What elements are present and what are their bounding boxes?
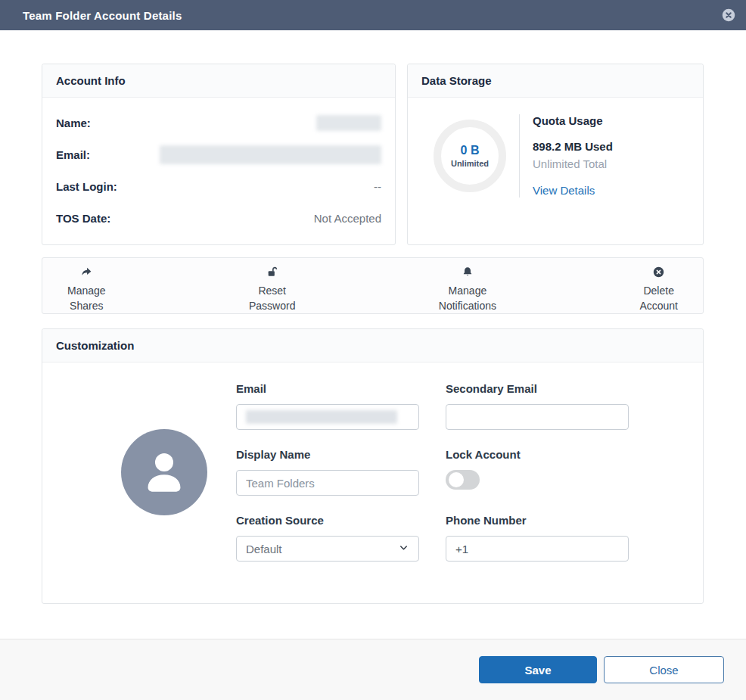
storage-divider xyxy=(519,114,520,198)
x-circle-icon xyxy=(652,266,665,283)
email-field[interactable] xyxy=(236,404,419,430)
quota-total: Unlimited Total xyxy=(533,155,613,173)
secondary-email-field[interactable] xyxy=(446,404,629,430)
quota-donut: 0 B Unlimited xyxy=(434,120,506,192)
manage-shares-label-line1: Manage xyxy=(67,283,106,298)
customization-body: Email Secondary Email Display Name Lock … xyxy=(42,362,703,603)
save-button[interactable]: Save xyxy=(479,656,597,683)
display-name-label: Display Name xyxy=(236,448,419,461)
manage-shares-button[interactable]: Manage Shares xyxy=(67,266,106,313)
quota-heading: Quota Usage xyxy=(533,114,613,127)
data-storage-title: Data Storage xyxy=(408,64,703,98)
phone-number-label: Phone Number xyxy=(446,514,629,527)
close-icon[interactable] xyxy=(722,8,735,22)
modal-footer: Save Close xyxy=(0,639,746,700)
toggle-knob xyxy=(449,472,464,487)
avatar xyxy=(121,429,207,515)
lock-account-group: Lock Account xyxy=(446,448,629,496)
quota-used: 898.2 MB Used xyxy=(533,138,613,155)
share-icon xyxy=(79,266,93,283)
delete-account-label-line1: Delete xyxy=(643,283,673,298)
person-icon xyxy=(135,441,194,503)
reset-password-button[interactable]: Reset Password xyxy=(249,266,295,313)
delete-account-button[interactable]: Delete Account xyxy=(639,266,678,313)
data-storage-card: Data Storage 0 B Unlimited Quota Usage 8… xyxy=(407,64,704,245)
reset-password-label-line1: Reset xyxy=(258,283,286,298)
customization-form: Email Secondary Email Display Name Lock … xyxy=(236,382,629,562)
email-field-group: Email xyxy=(236,382,419,430)
secondary-email-field-group: Secondary Email xyxy=(446,382,629,430)
tos-date-label: TOS Date: xyxy=(56,212,110,225)
delete-account-label-line2: Account xyxy=(639,298,678,313)
account-row-name: Name: xyxy=(56,107,381,138)
customization-title: Customization xyxy=(42,329,703,362)
manage-notifications-label-line2: Notifications xyxy=(439,298,496,313)
account-info-title: Account Info xyxy=(42,64,395,98)
account-info-card: Account Info Name: Email: Last Login: --… xyxy=(42,64,396,245)
modal-header: Team Folder Account Details xyxy=(0,0,746,30)
quota-donut-label: Unlimited xyxy=(451,159,489,168)
account-row-last-login: Last Login: -- xyxy=(56,170,381,202)
name-label: Name: xyxy=(56,117,91,129)
email-field-redacted-value xyxy=(246,410,397,424)
name-value-redacted xyxy=(316,115,381,131)
email-value-redacted xyxy=(160,145,381,164)
creation-source-select[interactable]: Default xyxy=(236,536,419,562)
last-login-label: Last Login: xyxy=(56,180,117,193)
email-label: Email: xyxy=(56,148,90,161)
phone-number-group: Phone Number xyxy=(446,514,629,562)
unlock-icon xyxy=(266,266,279,283)
creation-source-value: Default xyxy=(246,543,282,555)
modal-body: Account Info Name: Email: Last Login: --… xyxy=(0,30,746,639)
chevron-down-icon xyxy=(398,542,409,555)
lock-account-label: Lock Account xyxy=(446,448,629,461)
display-name-field[interactable] xyxy=(236,470,419,496)
cards-row: Account Info Name: Email: Last Login: --… xyxy=(42,64,704,245)
customization-card: Customization Email xyxy=(42,328,704,604)
view-details-link[interactable]: View Details xyxy=(533,184,595,197)
phone-number-field[interactable] xyxy=(446,536,629,562)
manage-notifications-button[interactable]: Manage Notifications xyxy=(439,266,496,313)
last-login-value: -- xyxy=(374,180,381,193)
reset-password-label-line2: Password xyxy=(249,298,295,313)
quota-details: Quota Usage 898.2 MB Used Unlimited Tota… xyxy=(533,114,613,198)
close-button[interactable]: Close xyxy=(604,656,724,683)
quota-donut-value: 0 B xyxy=(461,144,480,157)
manage-notifications-label-line1: Manage xyxy=(449,283,487,298)
action-bar: Manage Shares Reset Password Manage Noti xyxy=(42,257,704,314)
email-field-label: Email xyxy=(236,382,419,395)
tos-date-value: Not Accepted xyxy=(314,212,381,225)
account-row-email: Email: xyxy=(56,138,381,170)
account-row-tos-date: TOS Date: Not Accepted xyxy=(56,202,381,234)
display-name-field-group: Display Name xyxy=(236,448,419,496)
creation-source-group: Creation Source Default xyxy=(236,514,419,562)
secondary-email-label: Secondary Email xyxy=(446,382,629,395)
lock-account-toggle[interactable] xyxy=(446,470,480,490)
creation-source-label: Creation Source xyxy=(236,514,419,527)
bell-icon xyxy=(461,266,474,283)
modal-title: Team Folder Account Details xyxy=(23,9,182,22)
manage-shares-label-line2: Shares xyxy=(70,298,103,313)
avatar-column xyxy=(42,382,236,562)
account-info-body: Name: Email: Last Login: -- TOS Date: No… xyxy=(42,98,395,244)
data-storage-body: 0 B Unlimited Quota Usage 898.2 MB Used … xyxy=(408,98,703,214)
